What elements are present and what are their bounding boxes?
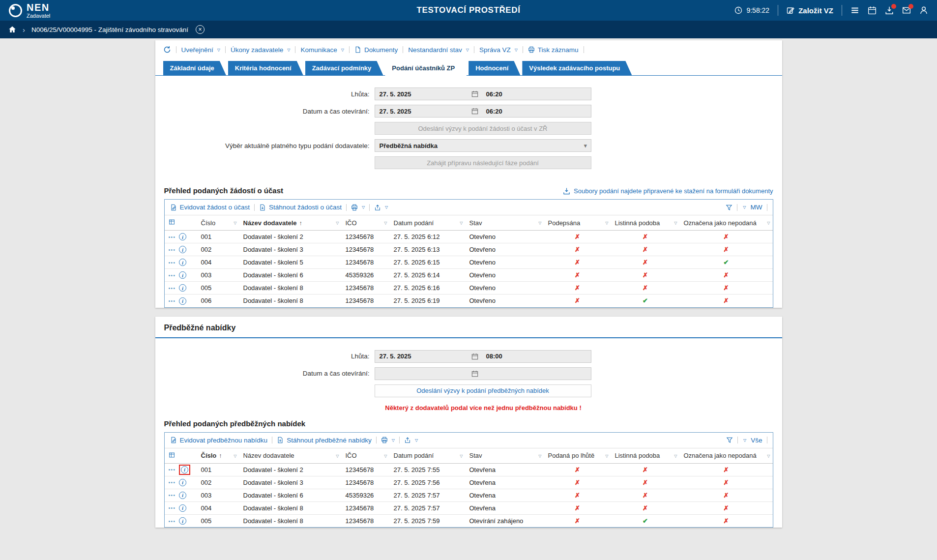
register-offer-button[interactable]: Evidovat předběžnou nabídku xyxy=(170,437,268,444)
tab-hodnoceni[interactable]: Hodnocení xyxy=(468,61,520,75)
col-settings[interactable] xyxy=(165,215,197,231)
col-ico[interactable]: IČO▽ xyxy=(342,215,390,231)
send-preliminary-invite-button[interactable]: Odeslání výzvy k podání předběžných nabí… xyxy=(375,384,591,397)
col-ico[interactable]: IČO▽ xyxy=(342,448,390,463)
submission-files-link[interactable]: Soubory podání najdete připravené ke sta… xyxy=(563,187,773,195)
column-menu-icon[interactable]: ▽ xyxy=(674,454,677,458)
col-stav[interactable]: Stav▽ xyxy=(466,448,544,463)
column-menu-icon[interactable]: ▽ xyxy=(767,454,770,458)
info-icon[interactable]: i xyxy=(179,479,186,486)
info-icon[interactable]: i xyxy=(179,271,186,279)
table-row[interactable]: •••i003Dodavatel - školení 64535932627. … xyxy=(165,489,773,501)
nen-logo[interactable]: NEN Zadavatel xyxy=(9,2,50,19)
column-menu-icon[interactable]: ▽ xyxy=(336,454,339,458)
column-menu-icon[interactable]: ▽ xyxy=(234,454,236,458)
row-menu-icon[interactable]: ••• xyxy=(169,467,176,472)
tab-vysledek[interactable]: Výsledek zadávacího postupu xyxy=(522,61,632,75)
column-menu-icon[interactable]: ▽ xyxy=(674,221,677,225)
info-icon[interactable]: i xyxy=(179,465,190,475)
toolbar-item-nestandardni-stav[interactable]: Nestandardní stav▽ xyxy=(408,46,469,54)
opening-field[interactable]: 27. 5. 2025 06:20 xyxy=(375,105,591,118)
col-listinna-podoba[interactable]: Listinná podoba▽ xyxy=(611,448,680,463)
row-menu-icon[interactable]: ••• xyxy=(169,247,176,253)
column-menu-icon[interactable]: ▽ xyxy=(605,454,608,458)
info-icon[interactable]: i xyxy=(179,246,186,253)
view-selector[interactable]: MW xyxy=(751,204,762,211)
row-menu-icon[interactable]: ••• xyxy=(169,272,176,278)
chevron-down-icon[interactable]: ▽ xyxy=(743,205,746,209)
col-listinna-podoba[interactable]: Listinná podoba▽ xyxy=(611,215,680,231)
column-menu-icon[interactable]: ▽ xyxy=(460,454,463,458)
col-oznacena-jako-nepodana[interactable]: Označena jako nepodaná▽ xyxy=(680,448,773,463)
col-nazev-dodavatele[interactable]: Název dodavatele▽ xyxy=(239,448,342,463)
col-stav[interactable]: Stav▽ xyxy=(466,215,544,231)
view-selector[interactable]: Vše xyxy=(751,437,762,444)
table-row[interactable]: •••i002Dodavatel - školení 31234567827. … xyxy=(165,476,773,489)
messages-button[interactable] xyxy=(902,6,911,15)
toolbar-item-dokumenty[interactable]: Dokumenty xyxy=(354,46,398,54)
chevron-down-icon[interactable]: ▽ xyxy=(743,438,746,442)
table-row[interactable]: •••i003Dodavatel - školení 64535932627. … xyxy=(165,269,773,282)
column-menu-icon[interactable]: ▽ xyxy=(767,221,770,225)
info-icon[interactable]: i xyxy=(179,233,186,240)
calendar-icon[interactable] xyxy=(471,90,478,97)
col-oznacena-jako-nepodana[interactable]: Označena jako nepodaná▽ xyxy=(680,215,773,231)
opening-date[interactable]: 27. 5. 2025 xyxy=(375,108,471,115)
table-row[interactable]: •••i001Dodavatel - školení 21234567827. … xyxy=(165,231,773,243)
table-row[interactable]: •••i005Dodavatel - školení 81234567827. … xyxy=(165,282,773,295)
tab-zadavaci-podminky[interactable]: Zadávací podmínky xyxy=(305,61,383,75)
table-row[interactable]: •••i004Dodavatel - školení 51234567827. … xyxy=(165,256,773,269)
menu-button[interactable] xyxy=(850,6,859,15)
col-podepsana[interactable]: Podepsána▽ xyxy=(544,215,611,231)
close-record-button[interactable]: × xyxy=(196,25,205,34)
calendar-icon[interactable] xyxy=(471,353,478,360)
row-menu-icon[interactable]: ••• xyxy=(169,518,176,524)
deadline-field[interactable]: 27. 5. 2025 08:00 xyxy=(375,350,591,363)
toolbar-item-tisk-zaznamu[interactable]: Tisk záznamu xyxy=(528,46,579,54)
export-button[interactable]: ▽ xyxy=(404,437,418,443)
row-menu-icon[interactable]: ••• xyxy=(169,285,176,291)
column-menu-icon[interactable]: ▽ xyxy=(336,221,339,225)
row-menu-icon[interactable]: ••• xyxy=(169,492,176,498)
home-button[interactable] xyxy=(8,26,16,33)
download-offers-button[interactable]: Stáhnout předběžné nabídky xyxy=(277,437,372,444)
toolbar-item-uverejneni[interactable]: Uveřejnění▽ xyxy=(181,46,220,54)
opening-time[interactable]: 06:20 xyxy=(478,108,502,115)
table-row[interactable]: •••i004Dodavatel - školení 81234567827. … xyxy=(165,501,773,514)
toolbar-item-komunikace[interactable]: Komunikace▽ xyxy=(300,46,344,54)
column-menu-icon[interactable]: ▽ xyxy=(538,221,541,225)
column-menu-icon[interactable]: ▽ xyxy=(384,454,387,458)
info-icon[interactable]: i xyxy=(179,492,186,499)
calendar-icon[interactable] xyxy=(471,370,478,377)
row-menu-icon[interactable]: ••• xyxy=(169,505,176,511)
col-datum-podani[interactable]: Datum podání▽ xyxy=(390,448,466,463)
toolbar-item-sprava-vz[interactable]: Správa VZ▽ xyxy=(479,46,518,54)
info-icon[interactable]: i xyxy=(179,259,186,266)
info-icon[interactable]: i xyxy=(179,504,186,512)
row-menu-icon[interactable]: ••• xyxy=(169,479,176,485)
row-menu-icon[interactable]: ••• xyxy=(169,260,176,265)
info-icon[interactable]: i xyxy=(179,517,186,525)
filter-icon[interactable] xyxy=(726,204,732,211)
column-menu-icon[interactable]: ▽ xyxy=(605,221,608,225)
calendar-icon[interactable] xyxy=(471,108,478,115)
submission-type-select[interactable]: Předběžná nabídka ▾ xyxy=(375,139,591,152)
deadline-time[interactable]: 08:00 xyxy=(478,353,502,360)
column-menu-icon[interactable]: ▽ xyxy=(384,221,387,225)
download-requests-button[interactable]: Stáhnout žádosti o účast xyxy=(259,204,342,211)
print-button[interactable]: ▽ xyxy=(351,204,365,211)
column-menu-icon[interactable]: ▽ xyxy=(234,221,236,225)
deadline-date[interactable]: 27. 5. 2025 xyxy=(375,353,471,360)
info-icon[interactable]: i xyxy=(179,284,186,292)
deadline-time[interactable]: 06:20 xyxy=(478,90,502,98)
calendar-button[interactable] xyxy=(868,6,877,15)
print-button[interactable]: ▽ xyxy=(381,437,395,443)
table-row[interactable]: •••i001Dodavatel - školení 21234567827. … xyxy=(165,463,773,476)
col-datum-podani[interactable]: Datum podání▽ xyxy=(390,215,466,231)
create-vz-button[interactable]: Založit VZ xyxy=(787,6,833,15)
col-settings[interactable] xyxy=(165,448,197,463)
tab-zakladni-udaje[interactable]: Základní údaje xyxy=(163,61,226,75)
table-row[interactable]: •••i002Dodavatel - školení 31234567827. … xyxy=(165,243,773,256)
back-icon[interactable] xyxy=(163,46,171,54)
tab-podani-ucastniku-zp[interactable]: Podání účastníků ZP xyxy=(385,61,467,76)
